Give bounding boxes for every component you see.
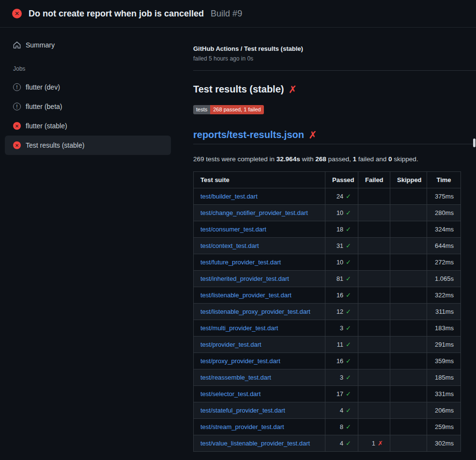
summary-duration: 32.964s <box>276 155 300 163</box>
failed-cell <box>358 254 390 271</box>
test-suite-link[interactable]: test/listenable_proxy_provider_test.dart <box>200 308 310 315</box>
sidebar-item-label: flutter (dev) <box>26 83 60 91</box>
skipped-cell <box>390 435 427 452</box>
test-suite-link[interactable]: test/future_provider_test.dart <box>200 259 281 266</box>
passed-cell: 17✓ <box>325 386 358 402</box>
test-suite-link[interactable]: test/stream_provider_test.dart <box>200 423 284 430</box>
test-suite-link[interactable]: test/reassemble_test.dart <box>200 374 271 381</box>
test-suite-cell: test/builder_test.dart <box>194 188 325 205</box>
report-file-link[interactable]: reports/test-results.json <box>193 129 304 140</box>
failed-cell <box>358 188 390 205</box>
table-row: test/multi_provider_test.dart 3✓ 183ms <box>194 320 461 337</box>
passed-count: 17 <box>337 390 343 398</box>
scrollbar-thumb[interactable] <box>473 138 476 147</box>
table-row: test/future_provider_test.dart 10✓ 272ms <box>194 254 461 271</box>
x-glyph: ✕ <box>15 143 19 148</box>
home-icon <box>13 41 21 49</box>
time-cell: 359ms <box>427 353 461 369</box>
test-suite-link[interactable]: test/change_notifier_provider_test.dart <box>200 209 308 216</box>
run-header: ✕ Do not create report when job is cance… <box>0 0 476 28</box>
passed-cell: 3✓ <box>325 369 358 386</box>
main-content: GitHub Actions / Test results (stable) f… <box>185 28 476 452</box>
failed-cell <box>358 271 390 287</box>
time-cell: 375ms <box>427 188 461 205</box>
run-build-number: Build #9 <box>211 9 242 19</box>
check-icon: ✓ <box>346 324 351 332</box>
badge-value: 268 passed, 1 failed <box>210 105 263 114</box>
test-suite-link[interactable]: test/consumer_test.dart <box>200 226 266 233</box>
sidebar-item-label: flutter (stable) <box>26 122 67 130</box>
divider <box>193 70 476 71</box>
time-cell: 1.065s <box>427 271 461 287</box>
test-suite-link[interactable]: test/builder_test.dart <box>200 193 258 200</box>
failed-cell <box>358 205 390 221</box>
failed-cell <box>358 304 390 320</box>
test-suite-link[interactable]: test/context_test.dart <box>200 242 259 249</box>
test-suite-cell: test/future_provider_test.dart <box>194 254 325 271</box>
failed-cell <box>358 419 390 435</box>
exclamation-glyph: ! <box>16 104 17 109</box>
column-header-test-suite: Test suite <box>194 172 325 188</box>
badge-label: tests <box>193 105 210 114</box>
exclamation-glyph: ! <box>16 85 17 90</box>
test-suite-cell: test/reassemble_test.dart <box>194 369 325 386</box>
time-cell: 206ms <box>427 402 461 419</box>
passed-count: 12 <box>337 308 343 315</box>
failed-cell <box>358 221 390 238</box>
test-suite-link[interactable]: test/provider_test.dart <box>200 341 261 348</box>
skipped-cell <box>390 221 427 238</box>
test-suite-link[interactable]: test/stateful_provider_test.dart <box>200 407 285 414</box>
test-suite-link[interactable]: test/listenable_provider_test.dart <box>200 291 292 299</box>
table-row: test/stateful_provider_test.dart 4✓ 206m… <box>194 402 461 419</box>
test-suite-cell: test/consumer_test.dart <box>194 221 325 238</box>
section-heading: Test results (stable) ✗ <box>193 83 476 95</box>
test-suite-link[interactable]: test/value_listenable_provider_test.dart <box>200 440 310 447</box>
table-row: test/builder_test.dart 24✓ 375ms <box>194 188 461 205</box>
time-cell: 280ms <box>427 205 461 221</box>
failed-cell <box>358 238 390 254</box>
time-cell: 185ms <box>427 369 461 386</box>
test-suite-cell: test/value_listenable_provider_test.dart <box>194 435 325 452</box>
sidebar-item-flutter-beta[interactable]: ! flutter (beta) <box>5 97 171 116</box>
sidebar-item-flutter-dev[interactable]: ! flutter (dev) <box>5 77 171 97</box>
run-title: Do not create report when job is cancell… <box>29 9 204 19</box>
check-icon: ✓ <box>346 193 351 200</box>
passed-count: 10 <box>337 259 343 266</box>
skipped-cell <box>390 386 427 402</box>
time-cell: 322ms <box>427 287 461 304</box>
cross-mark-icon: ✗ <box>308 130 317 140</box>
check-icon: ✓ <box>346 275 351 282</box>
column-header-failed: Failed <box>358 172 390 188</box>
summary-text: 269 tests were completed in <box>193 155 276 163</box>
test-suite-cell: test/stateful_provider_test.dart <box>194 402 325 419</box>
time-cell: 644ms <box>427 238 461 254</box>
test-suite-link[interactable]: test/selector_test.dart <box>200 390 261 398</box>
table-row: test/selector_test.dart 17✓ 331ms <box>194 386 461 402</box>
sidebar-item-label: flutter (beta) <box>26 103 62 110</box>
test-suite-cell: test/context_test.dart <box>194 238 325 254</box>
skipped-cell <box>390 353 427 369</box>
sidebar-item-flutter-stable[interactable]: ✕ flutter (stable) <box>5 116 171 136</box>
tests-summary-line: 269 tests were completed in 32.964s with… <box>193 155 476 163</box>
summary-text: passed, <box>326 155 353 163</box>
neutral-status-icon: ! <box>13 83 21 91</box>
time-cell: 259ms <box>427 419 461 435</box>
sidebar-item-summary[interactable]: Summary <box>5 37 171 53</box>
test-suite-cell: test/listenable_proxy_provider_test.dart <box>194 304 325 320</box>
passed-cell: 4✓ <box>325 402 358 419</box>
test-suite-link[interactable]: test/proxy_provider_test.dart <box>200 357 280 365</box>
summary-text: skipped. <box>392 155 418 163</box>
test-suite-link[interactable]: test/multi_provider_test.dart <box>200 324 278 332</box>
passed-count: 81 <box>337 275 343 282</box>
results-table-body: test/builder_test.dart 24✓ 375ms test/ch… <box>194 188 461 452</box>
failed-cell <box>358 353 390 369</box>
time-cell: 311ms <box>427 304 461 320</box>
passed-count: 3 <box>340 374 343 381</box>
check-icon: ✓ <box>346 357 351 365</box>
summary-text: with <box>300 155 316 163</box>
passed-cell: 16✓ <box>325 353 358 369</box>
test-suite-link[interactable]: test/inherited_provider_test.dart <box>200 275 289 282</box>
test-suite-cell: test/listenable_provider_test.dart <box>194 287 325 304</box>
table-row: test/context_test.dart 31✓ 644ms <box>194 238 461 254</box>
sidebar-item-test-results-stable[interactable]: ✕ Test results (stable) <box>5 136 171 155</box>
